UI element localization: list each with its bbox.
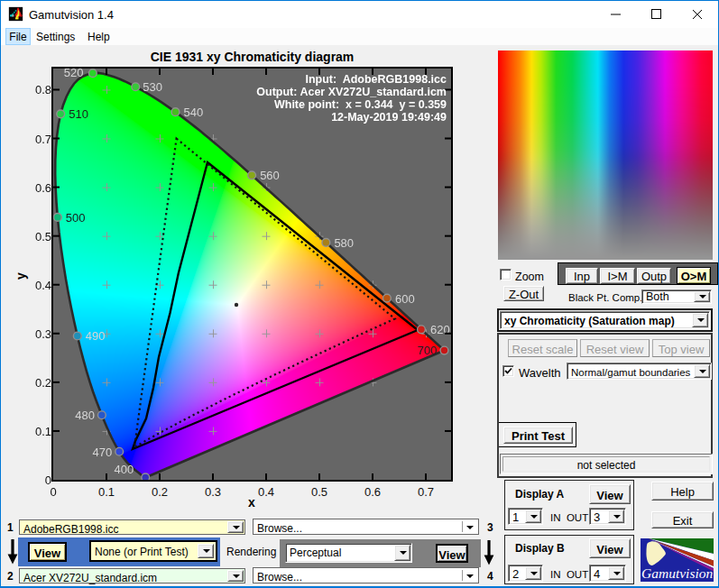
svg-text:Gamutvision: Gamutvision bbox=[641, 565, 713, 581]
